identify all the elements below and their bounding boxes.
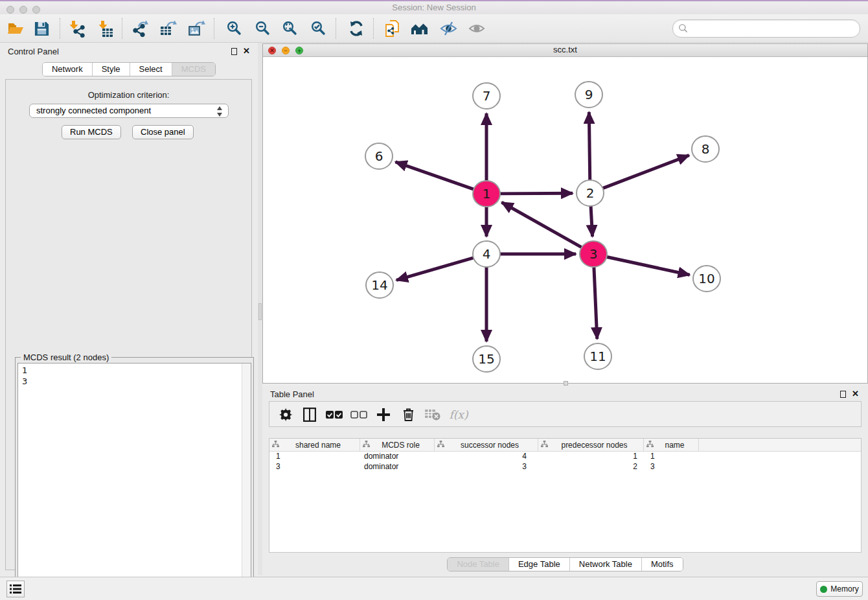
table-cell[interactable]: 3 <box>644 462 699 472</box>
table-cell[interactable]: 1 <box>644 452 699 462</box>
import-network-button[interactable] <box>67 19 86 38</box>
zoom-out-icon <box>255 21 271 37</box>
mcds-result-list[interactable]: 1 3 <box>17 363 251 600</box>
table-cell[interactable]: dominator <box>360 452 435 462</box>
graph-edge-3-11[interactable] <box>594 267 597 339</box>
column-type-icon <box>541 441 548 450</box>
clone-network-button[interactable] <box>383 19 402 38</box>
run-mcds-button[interactable]: Run MCDS <box>62 125 121 139</box>
table-tab-network-table[interactable]: Network Table <box>570 558 642 571</box>
export-image-button[interactable] <box>188 19 206 38</box>
select-stepper-icon <box>217 106 223 117</box>
close-network-icon[interactable]: ✕ <box>268 47 276 54</box>
maximize-network-icon[interactable]: ＋ <box>295 47 303 54</box>
network-graph-canvas[interactable]: 7968124314101511 <box>263 57 867 383</box>
close-window-button[interactable] <box>6 6 14 14</box>
graph-node-label-3: 3 <box>589 246 598 262</box>
splitter-handle[interactable] <box>258 303 262 320</box>
graph-edge-1-6[interactable] <box>395 162 474 189</box>
hide-selected-button[interactable] <box>439 19 457 38</box>
graph-edge-2-8[interactable] <box>602 156 689 189</box>
graph-edge-3-1[interactable] <box>502 202 582 248</box>
houses-icon <box>411 21 429 36</box>
column-header-predecessor-nodes[interactable]: predecessor nodes <box>538 439 644 451</box>
memory-label: Memory <box>830 584 858 594</box>
graph-edge-2-3[interactable] <box>591 206 593 237</box>
table-cell[interactable]: 2 <box>538 462 644 472</box>
delete-table-button[interactable] <box>424 406 442 424</box>
graph-edge-3-10[interactable] <box>606 257 690 275</box>
column-header-name[interactable]: name <box>644 439 699 451</box>
zoom-in-icon <box>227 21 243 37</box>
table-tab-edge-table[interactable]: Edge Table <box>509 558 570 571</box>
toolbar-separator <box>373 18 374 39</box>
search-field[interactable] <box>672 19 860 38</box>
table-cell[interactable]: 3 <box>435 462 538 472</box>
zoom-in-button[interactable] <box>225 19 244 38</box>
close-table-panel-icon[interactable]: ✕ <box>852 389 859 398</box>
window-resize-handle[interactable] <box>564 381 568 386</box>
column-type-icon <box>437 441 444 450</box>
column-header-MCDS-role[interactable]: MCDS role <box>360 439 435 451</box>
column-header-label: predecessor nodes <box>548 441 641 450</box>
export-table-button[interactable] <box>159 19 177 38</box>
tab-style[interactable]: Style <box>93 63 130 76</box>
minimize-network-icon[interactable]: − <box>282 47 290 54</box>
table-cell[interactable]: 4 <box>435 452 538 462</box>
column-visibility-button[interactable] <box>301 406 319 424</box>
task-history-button[interactable] <box>6 581 25 597</box>
show-hidden-button[interactable] <box>468 19 486 38</box>
table-tab-motifs[interactable]: Motifs <box>642 558 683 571</box>
table-tab-node-table[interactable]: Node Table <box>448 558 509 571</box>
graph-node-label-6: 6 <box>375 148 383 164</box>
graph-node-label-2: 2 <box>586 185 595 201</box>
table-cell[interactable]: dominator <box>360 462 435 472</box>
refresh-button[interactable] <box>347 19 365 38</box>
graph-edge-4-14[interactable] <box>396 258 474 281</box>
search-input[interactable] <box>689 24 860 34</box>
table-settings-button[interactable] <box>277 406 295 424</box>
deselect-all-rows-button[interactable] <box>350 406 368 424</box>
zoom-window-button[interactable] <box>32 6 40 14</box>
optimization-criterion-value: strongly connected component <box>36 106 151 115</box>
delete-column-button[interactable] <box>399 406 417 424</box>
table-cell[interactable]: 1 <box>538 452 644 462</box>
function-builder-button[interactable]: f(x) <box>447 406 470 424</box>
graph-edge-2-9[interactable] <box>589 112 589 180</box>
close-panel-icon[interactable]: ✕ <box>243 47 250 56</box>
zoom-fit-button[interactable] <box>281 19 299 38</box>
open-session-button[interactable] <box>6 19 25 38</box>
import-table-button[interactable] <box>96 19 114 38</box>
select-all-rows-button[interactable] <box>325 406 343 424</box>
mcds-result-values: 1 3 <box>22 365 27 387</box>
tab-network[interactable]: Network <box>43 63 93 76</box>
zoom-out-button[interactable] <box>254 19 272 38</box>
save-session-button[interactable] <box>32 19 51 38</box>
tab-mcds[interactable]: MCDS <box>172 63 215 76</box>
optimization-criterion-select[interactable]: strongly connected component <box>29 104 229 118</box>
table-cell[interactable]: 1 <box>269 452 360 462</box>
show-all-networks-button[interactable] <box>411 19 429 38</box>
close-panel-button[interactable]: Close panel <box>132 125 194 139</box>
minimize-window-button[interactable] <box>19 6 27 14</box>
mcds-result-scrollbar[interactable] <box>242 363 251 600</box>
network-window-titlebar[interactable]: ✕ − ＋ scc.txt <box>263 44 867 57</box>
table-row[interactable]: 3dominator323 <box>269 462 861 472</box>
float-panel-icon[interactable] <box>231 48 237 55</box>
node-table[interactable]: shared nameMCDS rolesuccessor nodesprede… <box>269 438 862 553</box>
export-network-button[interactable] <box>131 19 149 38</box>
tab-select[interactable]: Select <box>130 63 172 76</box>
column-header-shared-name[interactable]: shared name <box>269 439 360 451</box>
float-table-panel-icon[interactable] <box>840 391 846 398</box>
graph-edge-1-2[interactable] <box>499 193 573 194</box>
mcds-result-title: MCDS result (2 nodes) <box>21 352 111 362</box>
graph-node-label-14: 14 <box>371 277 387 293</box>
zoom-selected-button[interactable] <box>310 19 328 38</box>
table-cell[interactable]: 3 <box>269 462 360 472</box>
memory-button[interactable]: Memory <box>816 581 863 597</box>
app-title: Session: New Session <box>0 1 868 14</box>
vertical-splitter[interactable] <box>258 43 262 575</box>
column-header-successor-nodes[interactable]: successor nodes <box>435 439 538 451</box>
table-row[interactable]: 1dominator411 <box>269 452 861 462</box>
add-column-button[interactable] <box>374 406 393 424</box>
